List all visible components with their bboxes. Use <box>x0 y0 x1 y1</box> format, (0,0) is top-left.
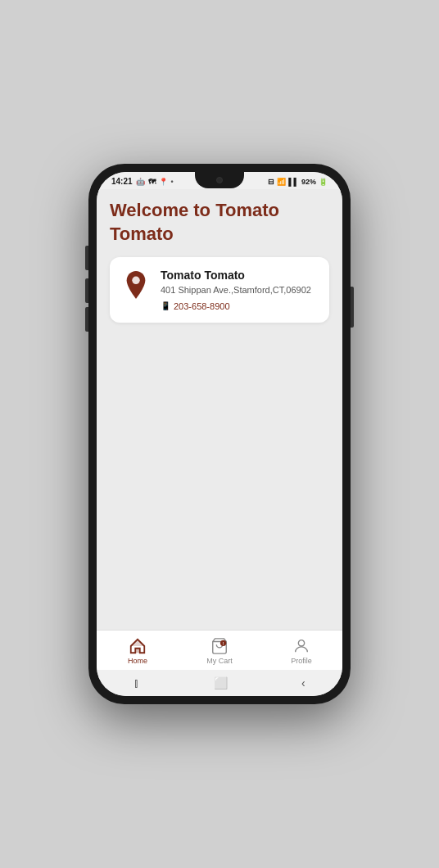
map-icon: 🗺 <box>148 178 156 186</box>
phone-screen: 14:21 🤖 🗺 📍 • ⊟ 📶 ▌▌ 92% 🔋 Welcome to To… <box>97 172 342 696</box>
nav-label-cart: My Cart <box>206 657 233 665</box>
location-info: Tomato Tomato 401 Shippan Ave.,Stamford,… <box>161 269 318 310</box>
main-content: Welcome to Tomato Tomato Tomato Tomato 4… <box>97 189 342 630</box>
cast-icon: ⊟ <box>268 178 274 186</box>
status-time: 14:21 <box>111 177 133 186</box>
bottom-nav: Home ! My Cart Profile <box>97 630 342 670</box>
nav-label-profile: Profile <box>291 657 312 665</box>
profile-icon <box>292 637 310 655</box>
battery-text: 92% <box>301 178 316 186</box>
signal-icon: ▌▌ <box>288 178 299 186</box>
front-camera <box>216 177 223 183</box>
welcome-title: Welcome to Tomato Tomato <box>110 199 329 246</box>
phone-icon: 📱 <box>161 301 170 310</box>
nav-item-profile[interactable]: Profile <box>260 637 342 665</box>
nav-item-cart[interactable]: ! My Cart <box>179 637 260 665</box>
location-pin-icon <box>124 271 147 299</box>
wifi-icon: 📶 <box>277 178 286 186</box>
location-card: Tomato Tomato 401 Shippan Ave.,Stamford,… <box>110 257 329 322</box>
nav-label-home: Home <box>128 657 147 665</box>
phone-number: 203-658-8900 <box>174 301 230 311</box>
battery-icon: 🔋 <box>319 178 328 186</box>
status-right: ⊟ 📶 ▌▌ 92% 🔋 <box>268 178 328 186</box>
android-menu-btn[interactable]: ⫿ <box>134 676 139 689</box>
android-nav-bar: ⫿ ⬜ ‹ <box>97 670 342 696</box>
svg-point-0 <box>132 277 139 284</box>
android-home-btn[interactable]: ⬜ <box>214 676 228 689</box>
android-icon: 🤖 <box>136 178 145 186</box>
location-address: 401 Shippan Ave.,Stamford,CT,06902 <box>161 284 318 296</box>
notch <box>195 172 244 188</box>
dot-icon: • <box>171 178 174 186</box>
svg-point-5 <box>298 640 304 646</box>
location-icon: 📍 <box>159 178 168 186</box>
status-left: 14:21 🤖 🗺 📍 • <box>111 177 174 186</box>
phone-frame: 14:21 🤖 🗺 📍 • ⊟ 📶 ▌▌ 92% 🔋 Welcome to To… <box>88 164 351 704</box>
svg-rect-1 <box>135 649 140 653</box>
location-name: Tomato Tomato <box>161 269 318 282</box>
pin-icon-container <box>121 270 151 300</box>
android-back-btn[interactable]: ‹ <box>301 676 305 689</box>
welcome-text: Welcome to <box>110 200 215 220</box>
location-phone[interactable]: 📱 203-658-8900 <box>161 301 318 311</box>
home-icon <box>129 637 147 655</box>
nav-item-home[interactable]: Home <box>97 637 179 665</box>
cart-icon: ! <box>210 637 229 655</box>
